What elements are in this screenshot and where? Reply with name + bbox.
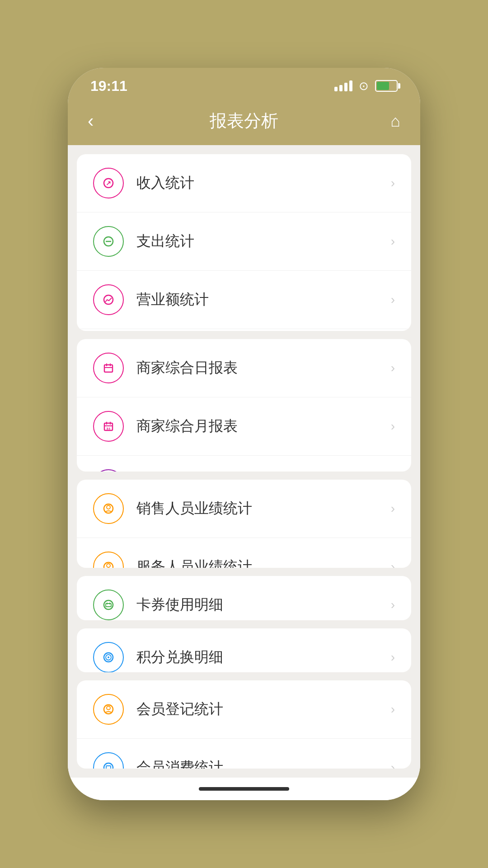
svg-rect-7 bbox=[104, 365, 113, 372]
menu-group-6: 会员登记统计 › 会员消费统计 › bbox=[77, 680, 411, 769]
menu-item-profit[interactable]: 利润统计 › bbox=[77, 329, 411, 331]
voucher-label: 卡券使用明细 bbox=[136, 595, 391, 615]
menu-item-monthly[interactable]: 31 商家综合月报表 › bbox=[77, 397, 411, 456]
chevron-icon: › bbox=[391, 702, 395, 717]
sales-icon bbox=[93, 493, 124, 524]
revenue-icon bbox=[93, 284, 124, 315]
menu-item-revenue[interactable]: 营业额统计 › bbox=[77, 271, 411, 329]
chevron-icon: › bbox=[391, 292, 395, 307]
member-reg-icon bbox=[93, 694, 124, 725]
status-time: 19:11 bbox=[90, 78, 127, 94]
svg-rect-23 bbox=[106, 604, 111, 607]
menu-item-daily[interactable]: 商家综合日报表 › bbox=[77, 339, 411, 397]
menu-item-voucher[interactable]: 卡券使用明细 › bbox=[77, 576, 411, 620]
member-reg-label: 会员登记统计 bbox=[136, 699, 391, 719]
daily-icon bbox=[93, 353, 124, 383]
daily-label: 商家综合日报表 bbox=[136, 358, 391, 378]
income-icon: ↗ bbox=[93, 168, 124, 198]
page-title: 报表分析 bbox=[210, 109, 278, 132]
expense-icon bbox=[93, 226, 124, 257]
menu-item-service[interactable]: 服务人员业绩统计 › bbox=[77, 538, 411, 568]
svg-text:31: 31 bbox=[106, 427, 111, 431]
back-button[interactable]: ‹ bbox=[88, 111, 115, 131]
chevron-icon: › bbox=[391, 419, 395, 434]
menu-item-member-spend[interactable]: 会员消费统计 › bbox=[77, 739, 411, 769]
menu-group-5: 积分兑换明细 › bbox=[77, 628, 411, 672]
service-icon bbox=[93, 552, 124, 568]
status-icons: ⊙ bbox=[334, 79, 398, 93]
income-label: 收入统计 bbox=[136, 173, 391, 193]
chevron-icon: › bbox=[391, 501, 395, 516]
home-bar bbox=[199, 787, 289, 791]
svg-text:↗: ↗ bbox=[106, 179, 111, 187]
battery-icon bbox=[375, 80, 398, 92]
monthly-icon: 31 bbox=[93, 411, 124, 442]
chevron-icon: › bbox=[391, 176, 395, 190]
home-indicator bbox=[68, 778, 420, 800]
svg-point-22 bbox=[104, 600, 113, 609]
sales-label: 销售人员业绩统计 bbox=[136, 499, 391, 519]
menu-group-4: 卡券使用明细 › bbox=[77, 576, 411, 620]
svg-point-30 bbox=[107, 706, 110, 710]
member-spend-icon bbox=[93, 752, 124, 769]
menu-group-1: ↗ 收入统计 › 支出统计 › 营业额统计 › bbox=[77, 154, 411, 331]
menu-group-2: 商家综合日报表 › 31 商家综合月报表 › 会员/散客消费对比 › bbox=[77, 339, 411, 472]
menu-item-member-compare[interactable]: 会员/散客消费对比 › bbox=[77, 456, 411, 472]
service-label: 服务人员业绩统计 bbox=[136, 557, 391, 568]
svg-point-19 bbox=[107, 505, 110, 509]
chevron-icon: › bbox=[391, 598, 395, 612]
svg-rect-32 bbox=[106, 766, 111, 769]
points-label: 积分兑换明细 bbox=[136, 647, 391, 667]
member-spend-label: 会员消费统计 bbox=[136, 758, 391, 769]
svg-point-28 bbox=[108, 656, 109, 658]
menu-item-points[interactable]: 积分兑换明细 › bbox=[77, 628, 411, 672]
menu-item-sales[interactable]: 销售人员业绩统计 › bbox=[77, 480, 411, 538]
phone-frame: 19:11 ⊙ ‹ 报表分析 ⌂ ↗ 收入统计 bbox=[68, 68, 420, 800]
expense-label: 支出统计 bbox=[136, 231, 391, 251]
menu-group-3: 销售人员业绩统计 › 服务人员业绩统计 › bbox=[77, 480, 411, 568]
chevron-icon: › bbox=[391, 560, 395, 568]
chevron-icon: › bbox=[391, 234, 395, 249]
points-icon bbox=[93, 642, 124, 672]
content-area: ↗ 收入统计 › 支出统计 › 营业额统计 › bbox=[68, 145, 420, 778]
chevron-icon: › bbox=[391, 650, 395, 665]
chevron-icon: › bbox=[391, 760, 395, 769]
wifi-icon: ⊙ bbox=[359, 79, 369, 93]
signal-icon bbox=[334, 80, 352, 91]
status-bar: 19:11 ⊙ bbox=[68, 68, 420, 100]
header: ‹ 报表分析 ⌂ bbox=[68, 100, 420, 145]
menu-item-income[interactable]: ↗ 收入统计 › bbox=[77, 154, 411, 212]
revenue-label: 营业额统计 bbox=[136, 290, 391, 310]
home-button[interactable]: ⌂ bbox=[373, 112, 400, 131]
member-compare-icon bbox=[93, 469, 124, 472]
monthly-label: 商家综合月报表 bbox=[136, 416, 391, 436]
voucher-icon bbox=[93, 590, 124, 620]
svg-point-4 bbox=[104, 295, 113, 304]
svg-point-21 bbox=[107, 564, 110, 567]
menu-item-member-reg[interactable]: 会员登记统计 › bbox=[77, 680, 411, 739]
menu-item-expense[interactable]: 支出统计 › bbox=[77, 212, 411, 271]
chevron-icon: › bbox=[391, 361, 395, 375]
